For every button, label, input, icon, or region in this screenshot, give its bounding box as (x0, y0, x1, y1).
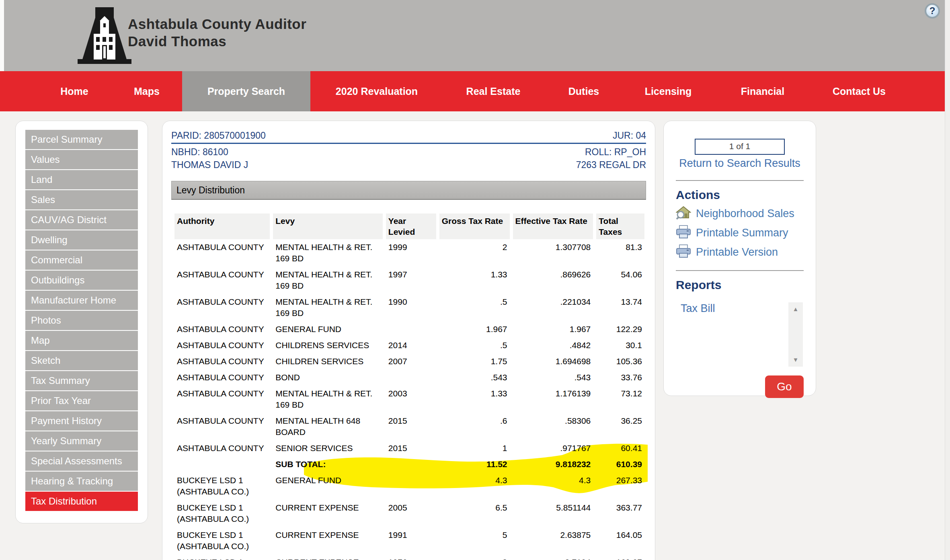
action-printable-version[interactable]: Printable Version (676, 244, 804, 260)
col-header-effective-tax-rate: Effective Tax Rate (513, 213, 593, 239)
cell-year: 1990 (386, 294, 436, 321)
sidebar-item-special-assessments[interactable]: Special Assessments (25, 451, 138, 471)
sidebar-item-hearing-tracking[interactable]: Hearing & Tracking (25, 472, 138, 491)
sidebar-item-photos[interactable]: Photos (25, 311, 138, 330)
levy-row: ASHTABULA COUNTYSENIOR SERVICES20151.971… (174, 440, 644, 456)
cell-total: 122.29 (596, 321, 644, 337)
sidebar-item-land[interactable]: Land (25, 170, 138, 189)
page-scrollbar[interactable] (945, 0, 950, 560)
sidebar-item-sketch[interactable]: Sketch (25, 351, 138, 370)
action-label: Printable Version (696, 246, 778, 258)
cell-total: 36.25 (596, 413, 644, 440)
sidebar-item-map[interactable]: Map (25, 331, 138, 350)
cell-effective: 9.818232 (513, 456, 593, 472)
cell-gross: 1.967 (439, 321, 510, 337)
cell-levy: CURRENT EXPENSE (273, 554, 383, 560)
nav-item-real-estate[interactable]: Real Estate (451, 71, 536, 111)
levy-row: ASHTABULA COUNTYCHILDREN SERVICES20071.7… (174, 353, 644, 369)
cell-levy: CHILDRENS SERVICES (273, 337, 383, 353)
sidebar-item-tax-summary[interactable]: Tax Summary (25, 371, 138, 390)
sidebar-item-prior-tax-year[interactable]: Prior Tax Year (25, 391, 138, 410)
help-icon[interactable]: ? (925, 3, 940, 18)
scroll-down-icon[interactable]: ▼ (788, 353, 803, 367)
cell-levy: MENTAL HEALTH & RET. 169 BD (273, 267, 383, 294)
sidebar-item-outbuildings[interactable]: Outbuildings (25, 271, 138, 290)
sidebar-item-tax-distribution[interactable]: Tax Distribution (25, 492, 138, 511)
sidebar-item-yearly-summary[interactable]: Yearly Summary (25, 431, 138, 451)
cell-total: 54.06 (596, 267, 644, 294)
nav-item-home[interactable]: Home (44, 71, 105, 111)
return-to-search-link[interactable]: Return to Search Results (676, 157, 804, 170)
sidebar-item-values[interactable]: Values (25, 150, 138, 169)
scroll-up-icon[interactable]: ▲ (788, 302, 803, 316)
cell-total: 81.3 (596, 239, 644, 267)
cell-levy: GENERAL FUND (273, 472, 383, 500)
site-title-line2: David Thomas (128, 33, 306, 50)
cell-levy: SENIOR SERVICES (273, 440, 383, 456)
cell-effective: 2.63875 (513, 527, 593, 554)
cell-total: 169.07 (596, 554, 644, 560)
action-printable-summary[interactable]: Printable Summary (676, 225, 804, 240)
cell-gross: 1 (439, 440, 510, 456)
action-neighborhood-sales[interactable]: Neighborhood Sales (676, 206, 804, 221)
nav-item-contact-us[interactable]: Contact Us (817, 71, 901, 111)
levy-row: BUCKEYE LSD 1 (ASHTABULA CO.)CURRENT EXP… (174, 527, 644, 554)
site-title: Ashtabula County Auditor David Thomas (128, 15, 306, 50)
result-pager: 1 of 1 (695, 139, 785, 155)
sidebar-item-manufacturer-home[interactable]: Manufacturer Home (25, 291, 138, 310)
go-button[interactable]: Go (765, 375, 804, 398)
cell-levy: SUB TOTAL: (273, 456, 383, 472)
cell-year: 1991 (386, 527, 436, 554)
cell-year: 2005 (386, 500, 436, 527)
sidebar-item-sales[interactable]: Sales (25, 190, 138, 209)
cell-year: 2015 (386, 413, 436, 440)
nav-item-duties[interactable]: Duties (552, 71, 616, 111)
tools-panel: 1 of 1 Return to Search Results Actions … (663, 121, 816, 396)
nav-item-maps[interactable]: Maps (117, 71, 177, 111)
levy-row: ASHTABULA COUNTYBOND.543.54333.76 (174, 369, 644, 386)
sidebar-item-cauv-ag-district[interactable]: CAUV/AG District (25, 210, 138, 230)
cell-effective: .543 (513, 369, 593, 386)
cell-authority: ASHTABULA COUNTY (174, 353, 270, 369)
printer-icon (676, 244, 691, 260)
nav-item-2020-revaluation[interactable]: 2020 Revaluation (326, 71, 427, 111)
cell-year (386, 321, 436, 337)
actions-heading: Actions (676, 188, 804, 202)
levy-row: ASHTABULA COUNTYCHILDRENS SERVICES2014.5… (174, 337, 644, 353)
cell-year: 1999 (386, 239, 436, 267)
sidebar-item-commercial[interactable]: Commercial (25, 250, 138, 270)
cell-authority: ASHTABULA COUNTY (174, 239, 270, 267)
nav-item-property-search[interactable]: Property Search (182, 71, 310, 111)
reports-scrollbar[interactable]: ▲ ▼ (788, 302, 803, 367)
levy-row: ASHTABULA COUNTYMENTAL HEALTH 648 BOARD2… (174, 413, 644, 440)
cell-year: 2014 (386, 337, 436, 353)
sidebar-item-payment-history[interactable]: Payment History (25, 411, 138, 431)
reports-listbox: Tax Bill (676, 302, 788, 367)
cell-year (386, 369, 436, 386)
nav-item-financial[interactable]: Financial (724, 71, 801, 111)
sidebar-item-parcel-summary[interactable]: Parcel Summary (25, 130, 138, 149)
cell-effective: 1.967 (513, 321, 593, 337)
cell-gross: 2 (439, 239, 510, 267)
cell-authority: ASHTABULA COUNTY (174, 413, 270, 440)
levy-row: ASHTABULA COUNTYGENERAL FUND1.9671.96712… (174, 321, 644, 337)
cell-levy: GENERAL FUND (273, 321, 383, 337)
cell-total: 30.1 (596, 337, 644, 353)
cell-authority: ASHTABULA COUNTY (174, 386, 270, 413)
sidebar-item-dwelling[interactable]: Dwelling (25, 230, 138, 250)
col-header-year-levied: Year Levied (386, 213, 436, 239)
cell-gross: 4.3 (439, 472, 510, 500)
jur-value: JUR: 04 (613, 129, 646, 142)
cell-gross: 6.5 (439, 500, 510, 527)
report-option-tax-bill[interactable]: Tax Bill (676, 302, 788, 315)
header-edge (0, 0, 4, 71)
levy-table-header-row: AuthorityLevyYear LeviedGross Tax RateEf… (174, 213, 644, 239)
nav-item-licensing[interactable]: Licensing (628, 71, 708, 111)
cell-effective: 2.7194 (513, 554, 593, 560)
levy-row: BUCKEYE LSD 1 (ASHTABULA CO.)CURRENT EXP… (174, 500, 644, 527)
owner-name: THOMAS DAVID J (171, 158, 248, 171)
cell-gross: .6 (439, 413, 510, 440)
cell-gross: .5 (439, 337, 510, 353)
cell-effective: .869626 (513, 267, 593, 294)
cell-gross: 8 (439, 554, 510, 560)
